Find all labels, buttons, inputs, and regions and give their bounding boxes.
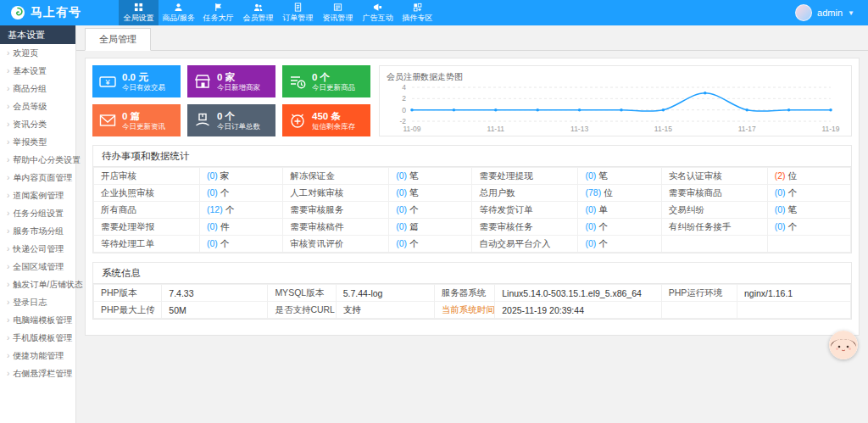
nav-item-plugin-zone[interactable]: 插件专区 (398, 0, 437, 25)
sidebar-item[interactable]: ›欢迎页 (0, 44, 75, 62)
sidebar-item-label: 登录日志 (13, 297, 47, 309)
todo-value-link[interactable]: (0) (207, 170, 218, 181)
nav-item-member-management[interactable]: 会员管理 (238, 0, 278, 25)
sidebar-item-label: 电脑端模板管理 (13, 314, 72, 326)
stat-card-updated-goods[interactable]: 0 个今日更新商品 (282, 65, 370, 97)
sidebar-item[interactable]: ›触发订单/店铺状态 (0, 276, 75, 293)
sidebar-item[interactable]: ›帮助中心分类设置 (0, 151, 75, 169)
chevron-right-icon: › (7, 369, 9, 378)
sidebar-item[interactable]: ›电脑端模板管理 (0, 311, 75, 329)
sidebar-item-label: 道闻案例管理 (13, 190, 64, 202)
todo-value-link[interactable]: (0) (585, 221, 596, 231)
news-icon (333, 3, 342, 13)
todo-value-link[interactable]: (12) (207, 204, 223, 214)
stat-card-total-orders[interactable]: 0 个今日订单总数 (187, 104, 275, 136)
chevron-right-icon: › (7, 173, 9, 182)
stat-card-new-merchants[interactable]: 0 家今日新增商家 (187, 65, 275, 97)
puzzle-icon (413, 3, 422, 13)
sidebar-item[interactable]: ›基本设置 (0, 62, 75, 80)
todo-value-link[interactable]: (0) (775, 221, 786, 231)
todo-value-cell: (0)个 (767, 185, 850, 202)
sidebar-item-label: 右侧悬浮栏管理 (13, 368, 72, 380)
sidebar-item[interactable]: ›举报类型 (0, 133, 75, 151)
todo-value-cell: (0)件 (200, 219, 283, 236)
stat-value: 0 个 (217, 110, 260, 122)
sysinfo-value: 7.4.33 (162, 285, 268, 302)
user-avatar[interactable] (795, 4, 812, 21)
brand-title: 马上有号 (31, 5, 81, 20)
stat-card-updated-news[interactable]: 0 篇今日更新资讯 (92, 104, 181, 136)
chart-point (536, 109, 539, 112)
chevron-right-icon: › (7, 351, 9, 360)
chevron-down-icon[interactable]: ▼ (848, 9, 854, 17)
nav-item-global-settings[interactable]: 全局设置 (119, 0, 159, 25)
sidebar-item[interactable]: ›商品分组 (0, 80, 75, 97)
todo-value-link[interactable]: (0) (207, 238, 218, 248)
sidebar-item[interactable]: ›快递公司管理 (0, 240, 75, 258)
sidebar-item[interactable]: ›便捷功能管理 (0, 347, 75, 365)
todo-value-link[interactable]: (0) (396, 170, 407, 181)
todo-row: 需要处理举报(0)件需要审核稿件(0)篇需要审核任务(0)个有纠纷任务接手(0)… (94, 219, 851, 236)
nav-item-task-hall[interactable]: 任务大厅 (198, 0, 238, 25)
stat-card-today-trade[interactable]: ¥ 0.0 元今日有效交易 (92, 65, 181, 97)
sidebar-item[interactable]: ›右侧悬浮栏管理 (0, 365, 75, 382)
nav-item-order-management[interactable]: 订单管理 (278, 0, 318, 25)
todo-value-cell: (0)笔 (389, 168, 472, 185)
todo-value-link[interactable]: (0) (396, 204, 407, 214)
stat-value: 0 个 (312, 71, 355, 83)
todo-value-link[interactable]: (0) (207, 187, 218, 198)
chevron-right-icon: › (7, 84, 9, 93)
nav-item-label: 插件专区 (403, 13, 433, 24)
chart-point (787, 109, 791, 112)
todo-label: 解冻保证金 (283, 168, 389, 185)
todo-value-link[interactable]: (0) (585, 170, 596, 181)
svg-text:11-15: 11-15 (654, 125, 672, 132)
todo-value-link[interactable]: (78) (585, 187, 601, 198)
stat-label: 今日新增商家 (217, 83, 260, 92)
todo-label: 总用户数 (472, 185, 578, 202)
sysinfo-row: PHP版本7.4.33MYSQL版本5.7.44-log服务器系统Linux5.… (94, 285, 851, 302)
username[interactable]: admin (817, 8, 843, 18)
sidebar-item[interactable]: ›单内容页面管理 (0, 169, 75, 186)
stat-card-sms-stock[interactable]: 450 条短信剩余库存 (282, 104, 370, 136)
sidebar-item-label: 商品分组 (13, 83, 47, 95)
chart-point (745, 109, 748, 112)
floating-service-avatar[interactable] (829, 331, 858, 359)
sidebar-item[interactable]: ›登录日志 (0, 293, 75, 311)
todo-value-link[interactable]: (0) (396, 187, 407, 198)
todo-value-link[interactable]: (0) (207, 221, 218, 231)
nav-item-ad-interaction[interactable]: 广告互动 (358, 0, 398, 25)
nav-item-news-management[interactable]: 资讯管理 (318, 0, 358, 25)
sidebar-item[interactable]: ›资讯分类 (0, 115, 75, 133)
sidebar-item[interactable]: ›会员等级 (0, 97, 75, 115)
grid-icon (134, 3, 143, 13)
todo-value-link[interactable]: (0) (775, 187, 786, 198)
nav-item-label: 资讯管理 (323, 13, 353, 24)
sidebar-item[interactable]: ›任务分组设置 (0, 204, 75, 222)
brand[interactable]: 马上有号 (0, 0, 119, 25)
registration-chart: 420-211-0911-1111-1311-1511-1711-19 (387, 83, 844, 132)
nav-item-goods-services[interactable]: 商品/服务 (159, 0, 198, 25)
chart-point (662, 109, 665, 112)
svg-text:11-17: 11-17 (738, 125, 756, 132)
chevron-right-icon: › (7, 226, 9, 236)
todo-unit: 件 (220, 221, 230, 231)
stat-label: 今日更新资讯 (122, 122, 165, 131)
todo-value-link[interactable]: (2) (775, 170, 786, 181)
todo-value-link[interactable]: (0) (585, 238, 596, 248)
stat-cards: ¥ 0.0 元今日有效交易 0 家今日新增商家 0 个今日更新商品 0 篇今日更… (92, 65, 370, 136)
todo-unit: 个 (788, 221, 798, 231)
tab-global-management[interactable]: 全局管理 (85, 28, 151, 51)
sidebar-header: 基本设置 (0, 25, 75, 44)
sidebar-item[interactable]: ›道闻案例管理 (0, 186, 75, 204)
sidebar-item[interactable]: ›服务市场分组 (0, 222, 75, 240)
todo-unit: 个 (409, 238, 419, 248)
sysinfo-value: 支持 (336, 302, 434, 319)
todo-value-link[interactable]: (0) (775, 204, 786, 214)
todo-value-link[interactable]: (0) (585, 204, 596, 214)
sidebar-item[interactable]: ›手机版模板管理 (0, 329, 75, 347)
store-icon (193, 72, 212, 91)
todo-value-link[interactable]: (0) (396, 221, 407, 231)
todo-value-link[interactable]: (0) (396, 238, 407, 248)
sidebar-item[interactable]: ›全国区域管理 (0, 258, 75, 276)
